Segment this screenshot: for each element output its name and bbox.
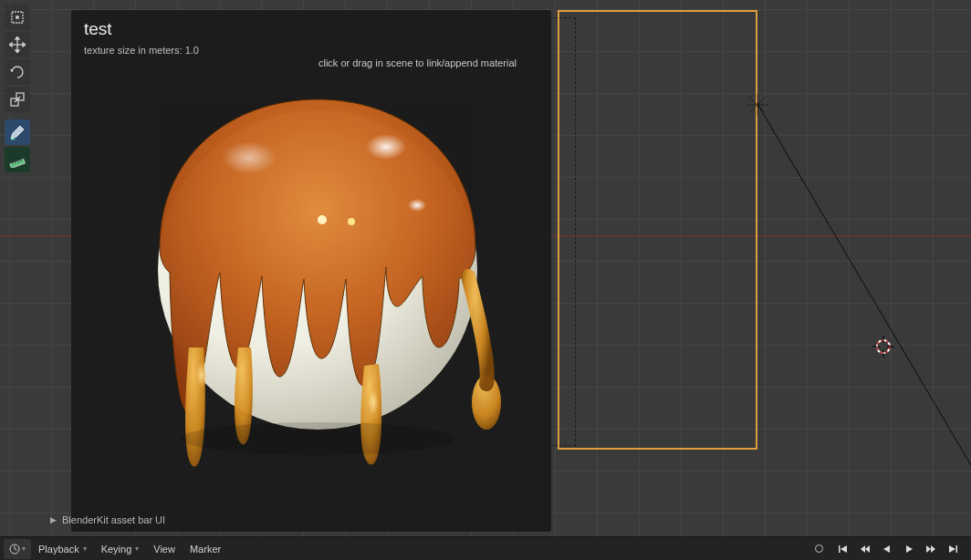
preview-hint: click or drag in scene to link/append ma… [318,57,517,68]
tool-select-box[interactable] [5,5,30,30]
svg-marker-22 [9,43,12,47]
svg-marker-55 [931,545,935,553]
svg-marker-56 [949,545,955,553]
svg-point-17 [16,16,19,19]
tool-move[interactable] [5,32,30,57]
viewport: test texture size in meters: 1.0 click o… [0,0,971,536]
menu-playback-label: Playback [38,544,79,555]
svg-marker-53 [906,545,913,553]
asset-bar-label: BlenderKit asset bar UI [62,514,165,525]
chevron-down-icon: ▾ [83,544,87,553]
svg-rect-48 [839,545,840,553]
svg-line-47 [15,549,17,550]
svg-marker-20 [16,36,19,39]
menu-view[interactable]: View [146,539,183,559]
svg-point-42 [196,362,207,388]
keyframe-next-button[interactable] [920,540,942,558]
preview-title: test [84,19,112,39]
material-preview-tooltip[interactable]: test texture size in meters: 1.0 click o… [71,10,551,532]
svg-marker-23 [23,43,26,47]
svg-rect-28 [10,159,26,168]
svg-marker-21 [16,50,19,53]
jump-to-start-button[interactable] [832,540,854,558]
svg-line-27 [15,97,20,102]
disclosure-triangle-icon: ▶ [50,515,57,524]
timeline-header: ▾ Playback ▾ Keying ▾ View Marker [0,536,971,560]
playback-controls [832,540,964,558]
chevron-down-icon: ▾ [22,544,26,553]
material-render-image [112,74,514,493]
menu-keying[interactable]: Keying ▾ [94,539,147,559]
tool-rotate[interactable] [5,59,30,85]
svg-point-38 [222,141,277,174]
svg-marker-52 [883,545,890,553]
preview-subtitle: texture size in meters: 1.0 [84,45,199,56]
auto-keying-button[interactable] [810,541,827,557]
menu-playback[interactable]: Playback ▾ [31,539,94,559]
svg-point-41 [348,218,355,225]
svg-marker-50 [861,545,865,553]
asset-bar-toggle[interactable]: ▶ BlenderKit asset bar UI [50,512,165,528]
svg-marker-49 [840,545,847,553]
tool-scale[interactable] [5,87,30,112]
svg-marker-51 [865,545,870,553]
editor-type-button[interactable]: ▾ [4,539,31,559]
svg-point-43 [368,389,379,415]
menu-view-label: View [153,544,175,555]
svg-rect-57 [956,545,958,553]
svg-marker-24 [10,69,14,72]
svg-point-39 [408,199,426,212]
tool-measure[interactable] [5,147,30,172]
play-reverse-button[interactable] [876,540,898,558]
menu-keying-label: Keying [101,544,132,555]
menu-marker[interactable]: Marker [183,539,228,559]
keyframe-prev-button[interactable] [854,540,876,558]
jump-to-end-button[interactable] [942,540,964,558]
svg-marker-54 [926,545,931,553]
tool-toolbar [5,5,32,172]
chevron-down-icon: ▾ [135,544,139,553]
camera-frame[interactable] [558,10,757,450]
play-button[interactable] [898,540,920,558]
svg-point-44 [181,422,454,455]
menu-marker-label: Marker [190,544,221,555]
svg-point-37 [366,134,406,160]
tool-annotate[interactable] [5,119,30,145]
clock-icon [9,544,20,555]
svg-point-40 [318,215,327,224]
